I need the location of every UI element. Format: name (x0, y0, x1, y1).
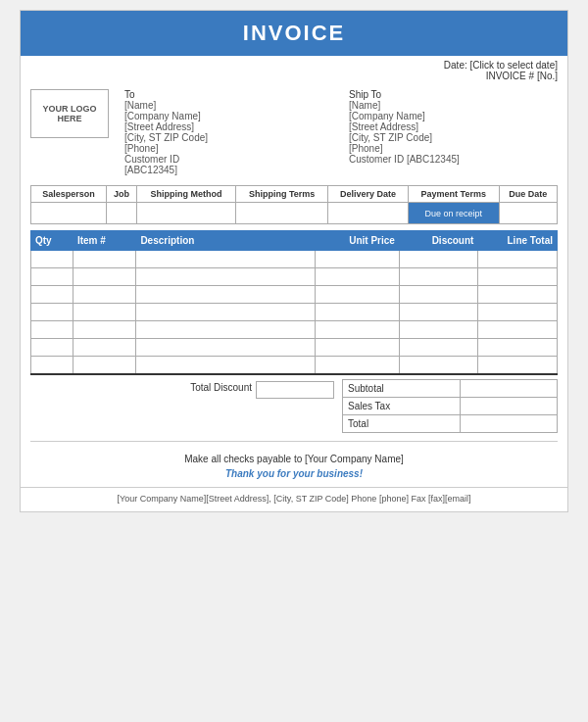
row5-qty[interactable] (31, 321, 74, 339)
row5-line-total[interactable] (478, 321, 558, 339)
row1-qty[interactable] (31, 251, 74, 268)
row4-qty[interactable] (31, 304, 74, 321)
total-value[interactable] (461, 414, 558, 432)
row1-discount[interactable] (399, 251, 478, 268)
row3-unit-price[interactable] (315, 286, 399, 304)
total-discount-label: Total Discount (190, 381, 252, 393)
row6-line-total[interactable] (478, 339, 558, 357)
row2-desc[interactable] (136, 268, 316, 286)
row2-discount[interactable] (399, 268, 478, 286)
row7-desc[interactable] (136, 357, 316, 374)
ship-salesperson-cell[interactable] (31, 203, 107, 224)
total-row: Total (343, 414, 558, 432)
invoice-title: INVOICE (21, 11, 567, 56)
row5-unit-price[interactable] (315, 321, 399, 339)
row6-unit-price[interactable] (315, 339, 399, 357)
row5-desc[interactable] (136, 321, 316, 339)
row2-item[interactable] (73, 268, 135, 286)
footer-checks: Make all checks payable to [Your Company… (21, 446, 567, 466)
total-discount-value[interactable] (256, 381, 334, 399)
col-shipping-method: Shipping Method (136, 186, 235, 203)
footer-divider (30, 441, 558, 442)
row7-discount[interactable] (399, 357, 478, 374)
to-company[interactable]: [Company Name] (124, 111, 333, 121)
row4-desc[interactable] (136, 304, 316, 321)
row7-item[interactable] (73, 357, 135, 374)
col-payment-terms: Payment Terms (408, 186, 499, 203)
row1-desc[interactable] (136, 251, 316, 268)
row2-line-total[interactable] (478, 268, 558, 286)
row2-qty[interactable] (31, 268, 74, 286)
subtotal-value[interactable] (461, 379, 558, 397)
shipping-table: Salesperson Job Shipping Method Shipping… (30, 185, 558, 224)
row4-item[interactable] (73, 304, 135, 321)
ship-method-cell[interactable] (136, 203, 235, 224)
row3-discount[interactable] (399, 286, 478, 304)
row6-desc[interactable] (136, 339, 316, 357)
row5-item[interactable] (73, 321, 135, 339)
table-row (31, 268, 558, 286)
to-customer-id[interactable]: [ABC12345] (124, 165, 333, 175)
ship-due-date-cell[interactable] (499, 203, 557, 224)
sales-tax-label: Sales Tax (343, 397, 461, 414)
ship-name[interactable]: [Name] (349, 100, 558, 111)
row3-line-total[interactable] (478, 286, 558, 304)
row1-unit-price[interactable] (315, 251, 399, 268)
invoice-number-label[interactable]: INVOICE # [No.] (486, 71, 558, 81)
row4-unit-price[interactable] (315, 304, 399, 321)
col-delivery-date: Delivery Date (328, 186, 408, 203)
ship-to-label: Ship To (349, 89, 558, 100)
sales-tax-row: Sales Tax (343, 397, 558, 414)
ship-phone[interactable]: [Phone] (349, 143, 558, 154)
row7-line-total[interactable] (478, 357, 558, 374)
ship-customer-id[interactable]: Customer ID [ABC12345] (349, 154, 558, 165)
items-col-line-total: Line Total (478, 231, 558, 251)
ship-company[interactable]: [Company Name] (349, 111, 558, 121)
items-col-desc: Description (136, 231, 316, 251)
row7-qty[interactable] (31, 357, 74, 374)
ship-street[interactable]: [Street Address] (349, 121, 558, 132)
date-label[interactable]: Date: [Click to select date] (444, 60, 558, 71)
to-street[interactable]: [Street Address] (124, 121, 333, 132)
to-city[interactable]: [City, ST ZIP Code] (124, 132, 333, 143)
totals-table: Subtotal Sales Tax Total (342, 379, 558, 433)
total-discount-area: Total Discount (30, 379, 342, 399)
row1-line-total[interactable] (478, 251, 558, 268)
row6-qty[interactable] (31, 339, 74, 357)
sales-tax-value[interactable] (461, 397, 558, 414)
table-row (31, 321, 558, 339)
to-name[interactable]: [Name] (124, 100, 333, 111)
table-row (31, 304, 558, 321)
table-row last-row (31, 357, 558, 374)
ship-job-cell[interactable] (107, 203, 137, 224)
shipping-table-wrapper: Salesperson Job Shipping Method Shipping… (21, 185, 567, 224)
ship-payment-terms-cell[interactable]: Due on receipt (408, 203, 499, 224)
top-info-section: YOUR LOGO HERE To [Name] [Company Name] … (21, 83, 567, 181)
items-table: Qty Item # Description Unit Price Discou… (30, 230, 558, 375)
row3-qty[interactable] (31, 286, 74, 304)
row4-discount[interactable] (399, 304, 478, 321)
row6-discount[interactable] (399, 339, 478, 357)
col-due-date: Due Date (499, 186, 557, 203)
row6-item[interactable] (73, 339, 135, 357)
row5-discount[interactable] (399, 321, 478, 339)
items-table-wrapper: Qty Item # Description Unit Price Discou… (21, 224, 567, 375)
row7-unit-price[interactable] (315, 357, 399, 374)
row3-desc[interactable] (136, 286, 316, 304)
to-phone[interactable]: [Phone] (124, 143, 333, 154)
subtotal-row: Subtotal (343, 379, 558, 397)
row4-line-total[interactable] (478, 304, 558, 321)
totals-right: Subtotal Sales Tax Total (342, 379, 558, 433)
ship-city[interactable]: [City, ST ZIP Code] (349, 132, 558, 143)
subtotal-label: Subtotal (343, 379, 461, 397)
col-salesperson: Salesperson (31, 186, 107, 203)
row2-unit-price[interactable] (315, 268, 399, 286)
ship-terms-cell[interactable] (236, 203, 328, 224)
row1-item[interactable] (73, 251, 135, 268)
items-col-discount: Discount (399, 231, 478, 251)
row3-item[interactable] (73, 286, 135, 304)
items-col-unit-price: Unit Price (315, 231, 399, 251)
ship-delivery-cell[interactable] (328, 203, 408, 224)
table-row (31, 339, 558, 357)
to-label: To (124, 89, 333, 100)
